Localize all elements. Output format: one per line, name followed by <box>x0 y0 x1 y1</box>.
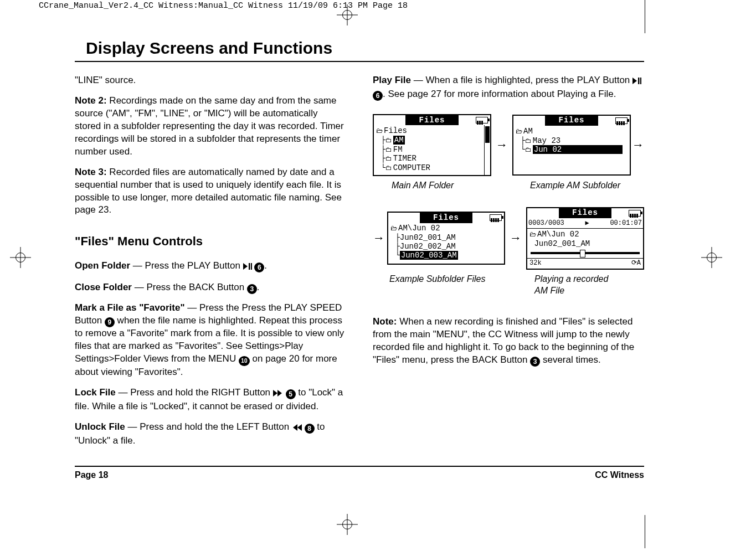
folder-open-icon <box>390 224 398 233</box>
lock-label: Lock File <box>75 387 116 398</box>
right-column: Play File — When a file is highlighted, … <box>373 74 644 455</box>
caption-row-1: Main AM Folder Example AM Subfolder <box>392 179 644 192</box>
svg-marker-4 <box>277 390 282 396</box>
button-ref-10: 10 <box>239 356 250 366</box>
scrollbar <box>484 125 490 175</box>
para-lock: Lock File — Press and hold the RIGHT But… <box>75 387 345 413</box>
arrow-right-icon: → <box>632 137 644 153</box>
progress-bar <box>531 250 640 256</box>
note-label: Note: <box>373 316 397 327</box>
para-play-file: Play File — When a file is highlighted, … <box>373 74 644 101</box>
battery-icon <box>476 117 488 123</box>
prepress-slug: CCrane_Manual_Ver2.4_CC Witness:Manual_C… <box>0 0 756 12</box>
page-title: Display Screens and Functions <box>86 39 644 58</box>
button-ref-6: 6 <box>254 262 264 272</box>
para-close-folder: Close Folder — Press the BACK Button 3. <box>75 281 345 294</box>
registration-mark-bottom <box>340 517 354 532</box>
close-folder-label: Close Folder <box>75 282 132 292</box>
button-ref-5: 5 <box>286 389 296 399</box>
svg-marker-0 <box>243 263 248 270</box>
button-ref-8: 8 <box>305 424 315 434</box>
button-ref-9: 9 <box>105 317 115 327</box>
arrow-right-icon: → <box>373 230 385 246</box>
lcd-row-2: → Files AM\Jun 02 ├Jun02_001_AM ├Jun02_0… <box>373 207 644 270</box>
registration-mark-top <box>340 8 354 22</box>
battery-icon <box>629 210 641 217</box>
lcd-am-subfolder: Files AM ├May 23 └Jun 02 <box>512 115 631 176</box>
list-item: FM <box>393 145 403 154</box>
svg-marker-7 <box>632 78 637 84</box>
list-item: Jun02_003_AM <box>400 251 458 260</box>
svg-marker-3 <box>273 390 277 396</box>
svg-rect-1 <box>249 263 250 270</box>
caption: Example AM Subfolder <box>530 179 620 192</box>
caption-row-2: Example Subfolder Files Playing a record… <box>389 273 644 297</box>
lcd-main-am-folder: Files Files ├AM ├FM ├TIMER └COMPUTER <box>373 114 491 176</box>
lcd-title: Files <box>420 213 472 223</box>
para-note-bottom: Note: When a new recording is finished a… <box>373 316 644 367</box>
list-item: Jun02_001_AM <box>400 233 456 242</box>
footer-rule <box>75 466 644 467</box>
elapsed-time: 00:01:07 <box>610 219 642 228</box>
fast-forward-icon <box>273 388 283 400</box>
folder-open-icon <box>376 126 384 135</box>
lcd-playing-file: Files 0003/0003 ▶ 00:01:07 AM\Jun 02 Jun… <box>526 207 644 270</box>
folder-icon <box>525 136 533 145</box>
para-favorite: Mark a File as "Favorite" — Press the Pr… <box>75 302 345 379</box>
now-playing-file: Jun02_001_AM <box>534 239 590 248</box>
folder-icon <box>385 163 393 172</box>
folder-icon <box>385 136 393 145</box>
folder-open-icon <box>529 230 537 239</box>
svg-marker-6 <box>293 424 297 431</box>
registration-mark-left <box>13 250 28 265</box>
unlock-label: Unlock File <box>75 421 125 432</box>
battery-icon <box>615 117 628 124</box>
para-open-folder: Open Folder — Press the PLAY Button 6. <box>75 260 345 274</box>
play-icon: ▶ <box>585 219 589 228</box>
note3-label: Note 3: <box>75 167 107 177</box>
open-folder-label: Open Folder <box>75 260 130 271</box>
svg-marker-5 <box>297 424 302 431</box>
play-file-label: Play File <box>373 75 411 85</box>
arrow-right-icon: → <box>496 137 508 153</box>
note3-body: Recorded files are automatically named b… <box>75 167 342 215</box>
para-note2: Note 2: Recordings made on the same day … <box>75 95 345 158</box>
caption: Playing a recorded AM File <box>534 273 608 297</box>
product-name: CC Witness <box>595 470 644 480</box>
registration-mark-right <box>704 250 719 265</box>
para-unlock: Unlock File — Press and hold the the LEF… <box>75 421 345 447</box>
lcd-row-1: Files Files ├AM ├FM ├TIMER └COMPUTER <box>373 114 644 176</box>
lcd-title: Files <box>405 115 458 126</box>
svg-rect-8 <box>638 78 640 84</box>
folder-icon <box>385 154 393 163</box>
title-rule <box>75 61 644 62</box>
lcd-title: Files <box>559 208 611 218</box>
svg-rect-9 <box>640 78 641 84</box>
left-column: "LINE" source. Note 2: Recordings made o… <box>75 74 345 455</box>
button-ref-3: 3 <box>530 357 540 367</box>
subhead-files-menu-controls: "Files" Menu Controls <box>75 233 345 250</box>
rewind-icon <box>292 422 302 435</box>
svg-rect-2 <box>251 263 252 270</box>
list-item: Jun 02 <box>533 145 623 154</box>
list-item: COMPUTER <box>393 163 430 172</box>
track-counter: 0003/0003 <box>528 219 564 228</box>
button-ref-3: 3 <box>247 284 257 294</box>
folder-icon <box>385 145 393 154</box>
lcd-title: Files <box>545 115 598 126</box>
list-item: May 23 <box>533 136 560 145</box>
play-pause-icon <box>632 75 641 88</box>
bitrate: 32k <box>529 259 542 267</box>
lcd-subfolder-files: Files AM\Jun 02 ├Jun02_001_AM ├Jun02_002… <box>387 212 505 265</box>
note2-label: Note 2: <box>75 95 107 106</box>
folder-open-icon <box>516 127 523 136</box>
battery-icon <box>490 214 502 221</box>
page-number: Page 18 <box>75 470 108 480</box>
repeat-mode: ⟳A <box>631 259 641 267</box>
caption: Example Subfolder Files <box>389 273 512 297</box>
button-ref-6: 6 <box>373 91 383 101</box>
note2-body: Recordings made on the same day and from… <box>75 95 344 157</box>
list-item: TIMER <box>393 154 416 163</box>
favorite-label: Mark a File as "Favorite" <box>75 302 184 313</box>
folder-icon <box>525 145 533 154</box>
